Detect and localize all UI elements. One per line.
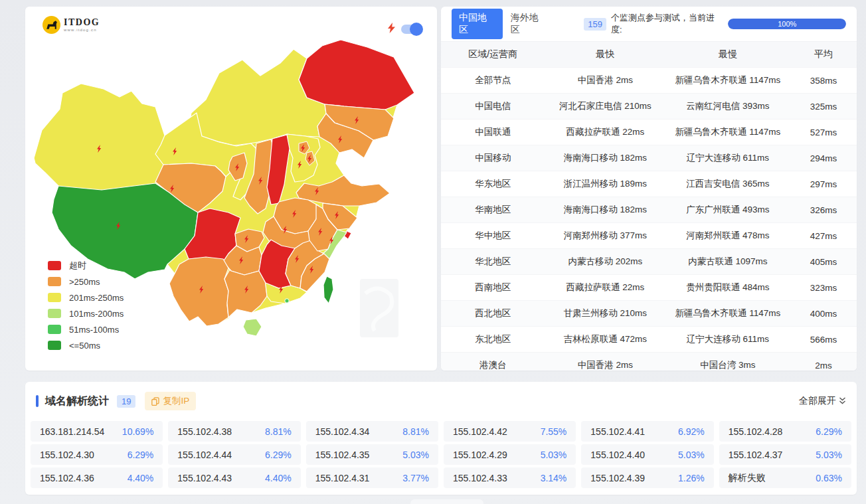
- province-yunnan[interactable]: [169, 257, 228, 326]
- cell-slowest: 河南郑州联通 478ms: [665, 230, 790, 242]
- table-row: 西北地区 甘肃兰州移动 210ms 新疆乌鲁木齐联通 1147ms 400ms: [441, 300, 857, 326]
- legend-swatch: [48, 325, 61, 334]
- cell-slowest: 辽宁大连移动 611ms: [665, 333, 790, 345]
- tab-china-region[interactable]: 中国地区: [452, 9, 503, 39]
- ip-stat-item[interactable]: 155.102.4.375.03%: [719, 444, 851, 465]
- cell-region: 中国联通: [441, 126, 545, 138]
- ip-stat-item[interactable]: 155.102.4.434.40%: [168, 467, 300, 488]
- ip-address: 155.102.4.40: [590, 450, 645, 460]
- cell-slowest: 贵州贵阳联通 484ms: [665, 282, 790, 294]
- ip-percent: 5.03%: [402, 450, 429, 460]
- cell-average: 2ms: [790, 361, 857, 371]
- ip-address: 155.102.4.38: [177, 426, 232, 437]
- cell-region: 西北地区: [441, 307, 545, 319]
- ip-address: 155.102.4.37: [729, 450, 783, 460]
- cell-fastest: 浙江温州移动 189ms: [545, 178, 666, 190]
- cell-fastest: 甘肃兰州移动 210ms: [545, 307, 666, 319]
- province-guangxi[interactable]: [224, 270, 267, 317]
- cell-average: 527ms: [790, 127, 857, 137]
- cell-average: 405ms: [790, 257, 857, 267]
- dns-header: 域名解析统计 19 复制IP 全部展开: [25, 382, 857, 417]
- progress-label: 100%: [778, 20, 796, 28]
- cell-region: 中国电信: [441, 100, 545, 112]
- province-hainan[interactable]: [243, 319, 262, 336]
- itdog-dog-icon: [43, 16, 60, 34]
- copy-ip-label: 复制IP: [163, 395, 189, 407]
- ip-percent: 4.40%: [265, 473, 292, 483]
- ip-address: 155.102.4.35: [315, 450, 370, 460]
- ip-address: 155.102.4.33: [453, 473, 507, 483]
- cell-region: 港澳台: [441, 359, 545, 371]
- cell-average: 427ms: [790, 231, 857, 241]
- copy-icon: [151, 397, 159, 406]
- logo-subtitle: www.itdog.cn: [64, 28, 100, 32]
- ip-stat-item[interactable]: 163.181.214.5410.69%: [31, 421, 163, 442]
- ip-stat-item[interactable]: 155.102.4.306.29%: [31, 444, 163, 465]
- dns-title: 域名解析统计: [45, 394, 109, 408]
- ip-address: 155.102.4.34: [315, 426, 370, 437]
- cell-fastest: 西藏拉萨联通 22ms: [545, 282, 666, 294]
- table-row: 中国电信 河北石家庄电信 210ms 云南红河电信 393ms 325ms: [441, 93, 857, 119]
- ip-percent: 4.40%: [128, 473, 154, 483]
- ip-percent: 3.14%: [541, 473, 567, 483]
- table-row: 东北地区 吉林松原联通 472ms 辽宁大连移动 611ms 566ms: [441, 326, 857, 352]
- ip-address: 155.102.4.41: [590, 426, 645, 437]
- ip-stat-item[interactable]: 155.102.4.313.77%: [306, 467, 438, 488]
- province-xianggang[interactable]: [285, 299, 289, 303]
- ip-stat-item[interactable]: 155.102.4.286.29%: [719, 421, 851, 442]
- cell-fastest: 河南郑州移动 377ms: [545, 230, 666, 242]
- cell-region: 华北地区: [441, 256, 545, 268]
- legend-swatch: [48, 293, 61, 302]
- tab-overseas-region[interactable]: 海外地区: [511, 12, 547, 36]
- monitor-text: 个监测点参与测试，当前进度:: [611, 12, 723, 36]
- ip-address: 155.102.4.36: [40, 473, 94, 483]
- double-chevron-down-icon: [839, 397, 846, 405]
- ip-stat-item[interactable]: 155.102.4.405.03%: [581, 444, 713, 465]
- province-heilongjiang[interactable]: [299, 40, 414, 110]
- table-row: 华南地区 海南海口移动 182ms 广东广州联通 493ms 326ms: [441, 197, 857, 222]
- ip-stat-item[interactable]: 155.102.4.388.81%: [168, 421, 300, 442]
- legend-item: >250ms: [48, 277, 124, 286]
- cell-average: 294ms: [790, 153, 857, 163]
- cell-region: 华南地区: [441, 204, 545, 216]
- province-taiwan[interactable]: [323, 276, 333, 303]
- legend-swatch: [48, 277, 61, 286]
- legend-swatch: [48, 261, 61, 270]
- next-panel-edge: [410, 499, 483, 504]
- dns-count-badge: 19: [117, 395, 135, 408]
- legend-label: 201ms-250ms: [69, 293, 124, 303]
- legend-swatch: [48, 309, 61, 318]
- cell-fastest: 吉林松原联通 472ms: [545, 333, 666, 345]
- cell-fastest: 海南海口移动 182ms: [545, 152, 666, 164]
- ip-stat-item[interactable]: 155.102.4.446.29%: [168, 444, 300, 465]
- ip-stat-item[interactable]: 解析失败0.63%: [719, 467, 851, 488]
- cell-region: 华东地区: [441, 178, 545, 190]
- col-header-fastest: 最快: [545, 48, 666, 60]
- cell-region: 西南地区: [441, 282, 545, 294]
- ip-stat-item[interactable]: 155.102.4.427.55%: [444, 421, 576, 442]
- cell-fastest: 河北石家庄电信 210ms: [545, 100, 666, 112]
- col-header-average: 平均: [790, 48, 857, 60]
- progress-fill: 100%: [728, 19, 846, 29]
- ip-percent: 6.92%: [678, 426, 705, 437]
- table-body: 全部节点 中国香港 2ms 新疆乌鲁木齐联通 1147ms 358ms 中国电信…: [441, 67, 857, 371]
- title-accent-bar: [36, 395, 39, 407]
- copy-ip-button[interactable]: 复制IP: [145, 392, 196, 410]
- ip-stat-item[interactable]: 155.102.4.295.03%: [444, 444, 576, 465]
- legend-item: 201ms-250ms: [48, 293, 124, 302]
- cell-fastest: 西藏拉萨联通 22ms: [545, 126, 666, 138]
- ip-stat-item[interactable]: 155.102.4.391.26%: [581, 467, 713, 488]
- expand-all-button[interactable]: 全部展开: [799, 395, 846, 407]
- ip-stat-item[interactable]: 155.102.4.333.14%: [444, 467, 576, 488]
- ip-stat-item[interactable]: 155.102.4.416.92%: [581, 421, 713, 442]
- cell-average: 323ms: [790, 283, 857, 293]
- ip-stat-item[interactable]: 155.102.4.364.40%: [31, 467, 163, 488]
- legend-label: 101ms-200ms: [69, 309, 124, 319]
- ip-percent: 7.55%: [541, 426, 567, 437]
- map-mode-toggle[interactable]: [401, 25, 421, 34]
- cell-slowest: 内蒙古联通 1097ms: [665, 256, 790, 268]
- col-header-slowest: 最慢: [665, 48, 790, 60]
- ip-stat-item[interactable]: 155.102.4.348.81%: [306, 421, 438, 442]
- ip-stat-item[interactable]: 155.102.4.355.03%: [306, 444, 438, 465]
- cell-slowest: 辽宁大连移动 611ms: [665, 152, 790, 164]
